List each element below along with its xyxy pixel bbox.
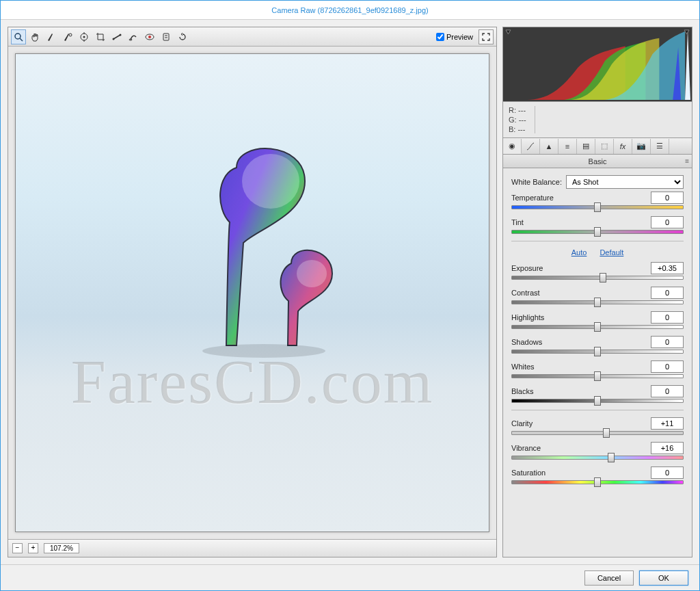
tab-lens[interactable]: ⬚ (595, 139, 614, 154)
blacks-label: Blacks (511, 387, 533, 395)
tint-label: Tint (511, 218, 524, 226)
vibrance-value[interactable] (651, 442, 684, 454)
highlights-slider[interactable]: Highlights (511, 311, 684, 329)
window-title: Camera Raw (8726262861_9ef0921689_z.jpg) (271, 6, 428, 14)
footer: Cancel OK (1, 564, 699, 590)
tab-camera[interactable]: 📷 (632, 139, 651, 154)
saturation-label: Saturation (511, 469, 546, 477)
shadows-label: Shadows (511, 338, 542, 346)
image-preview[interactable]: FaresCD.com (15, 53, 489, 532)
svg-point-8 (113, 38, 115, 40)
tab-detail[interactable]: ▲ (540, 139, 558, 154)
histogram[interactable] (502, 27, 692, 102)
clarity-label: Clarity (511, 419, 533, 428)
preferences-tool[interactable] (159, 29, 174, 44)
zoom-value[interactable]: 107.2% (44, 543, 79, 553)
tab-curve[interactable] (522, 139, 540, 154)
svg-point-0 (15, 34, 21, 39)
canvas-wrap: FaresCD.com (8, 47, 496, 539)
blacks-value[interactable] (651, 385, 684, 397)
rgb-readout: R: --- G: --- B: --- (502, 102, 692, 138)
panel-title-text: Basic (589, 157, 607, 166)
auto-link[interactable]: Auto (571, 248, 587, 257)
rotate-tool[interactable] (175, 29, 190, 44)
svg-point-18 (202, 344, 325, 358)
straighten-tool[interactable] (109, 29, 124, 44)
tab-fx[interactable]: fx (614, 139, 632, 154)
tab-basic[interactable]: ◉ (503, 139, 522, 154)
highlights-label: Highlights (511, 313, 544, 321)
exposure-label: Exposure (511, 264, 543, 272)
targeted-adjustment-tool[interactable] (77, 29, 92, 44)
whites-value[interactable] (651, 360, 684, 373)
zoom-bar: − + 107.2% (8, 539, 496, 557)
svg-point-17 (297, 260, 327, 287)
panel-title: Basic ≡ (502, 155, 692, 168)
tab-hsl[interactable]: ≡ (558, 139, 577, 154)
shadows-value[interactable] (651, 336, 684, 348)
svg-marker-19 (506, 30, 511, 34)
ps-glass-shape-icon (196, 140, 346, 373)
auto-default-links: Auto Default (511, 248, 684, 257)
shadows-slider[interactable]: Shadows (511, 336, 684, 354)
svg-line-7 (113, 35, 120, 39)
tint-slider[interactable]: Tint (511, 216, 684, 234)
white-balance-select[interactable]: As Shot (566, 175, 684, 189)
crop-tool[interactable] (93, 29, 108, 44)
svg-marker-20 (684, 30, 689, 34)
contrast-slider[interactable]: Contrast (511, 287, 684, 304)
white-balance-tool[interactable] (44, 29, 59, 44)
spot-removal-tool[interactable] (126, 29, 141, 44)
highlights-value[interactable] (651, 311, 684, 324)
vibrance-label: Vibrance (511, 444, 541, 452)
panel-tabs: ◉ ▲ ≡ ▤ ⬚ fx 📷 ☰ (502, 138, 692, 155)
right-pane: R: --- G: --- B: --- ◉ ▲ ≡ ▤ ⬚ fx 📷 ☰ Ba… (502, 27, 692, 557)
svg-point-9 (120, 34, 122, 36)
vibrance-slider[interactable]: Vibrance (511, 442, 684, 460)
svg-point-12 (148, 36, 151, 38)
tab-presets[interactable]: ☰ (651, 139, 669, 154)
svg-point-16 (242, 154, 299, 209)
panel-body: White Balance: As Shot Temperature Tint … (502, 168, 692, 557)
titlebar: Camera Raw (8726262861_9ef0921689_z.jpg) (1, 1, 699, 20)
svg-point-4 (83, 36, 85, 38)
clarity-slider[interactable]: Clarity (511, 417, 684, 435)
preview-checkbox[interactable]: Preview (436, 33, 473, 41)
fullscreen-button[interactable] (479, 29, 494, 44)
exposure-slider[interactable]: Exposure (511, 262, 684, 280)
blacks-slider[interactable]: Blacks (511, 385, 684, 403)
whites-slider[interactable]: Whites (511, 360, 684, 378)
color-sampler-tool[interactable] (60, 29, 75, 44)
zoom-tool[interactable] (11, 29, 26, 44)
body: Preview (1, 20, 699, 564)
exposure-value[interactable] (651, 262, 684, 274)
rgb-g: G: --- (509, 116, 526, 124)
whites-label: Whites (511, 363, 535, 371)
cancel-button[interactable]: Cancel (584, 570, 634, 586)
preview-label: Preview (446, 33, 473, 41)
saturation-value[interactable] (651, 467, 684, 479)
ok-button[interactable]: OK (639, 570, 688, 586)
temperature-slider[interactable]: Temperature (511, 192, 684, 209)
clarity-value[interactable] (651, 417, 684, 430)
tint-value[interactable] (651, 216, 684, 228)
redeye-tool[interactable] (142, 29, 157, 44)
tool-strip: Preview (8, 27, 496, 47)
contrast-value[interactable] (651, 287, 684, 299)
tab-split[interactable]: ▤ (577, 139, 595, 154)
rgb-r: R: --- (509, 106, 526, 114)
default-link[interactable]: Default (600, 248, 623, 257)
white-balance-label: White Balance: (511, 178, 562, 186)
preview-checkbox-input[interactable] (436, 33, 444, 41)
svg-point-2 (69, 34, 72, 36)
zoom-out-button[interactable]: − (12, 543, 23, 553)
temperature-label: Temperature (511, 194, 554, 202)
left-pane: Preview (8, 27, 497, 557)
temperature-value[interactable] (651, 192, 684, 204)
contrast-label: Contrast (511, 289, 540, 297)
zoom-in-button[interactable]: + (28, 543, 38, 553)
rgb-b: B: --- (509, 125, 526, 133)
panel-menu-icon[interactable]: ≡ (685, 157, 689, 165)
hand-tool[interactable] (27, 29, 42, 44)
saturation-slider[interactable]: Saturation (511, 467, 684, 484)
